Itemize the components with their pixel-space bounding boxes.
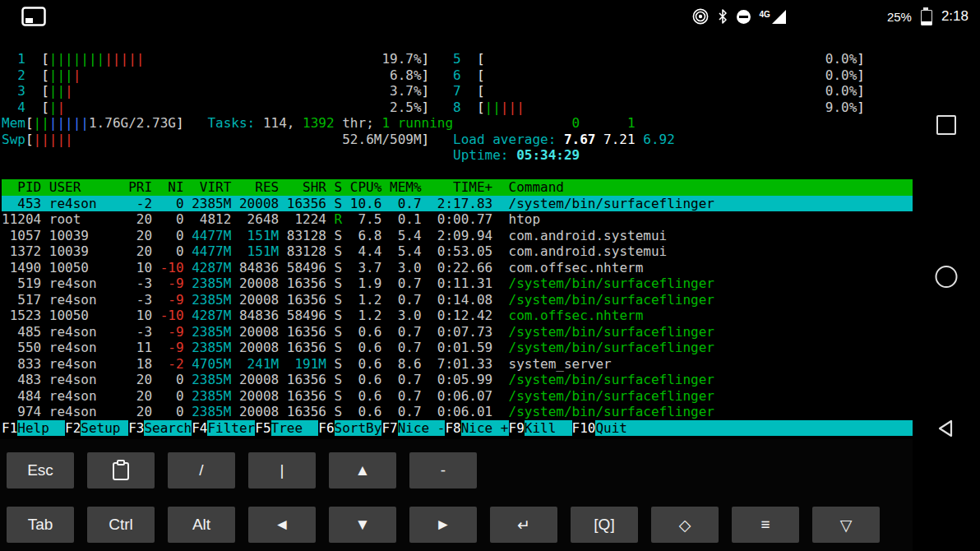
fn-label-tree[interactable]: Tree — [271, 420, 319, 437]
process-row[interactable]: 519 re4son -3 -9 2385M 20008 16356 S 1.9… — [2, 276, 913, 292]
process-row[interactable]: 1523 10050 10 -10 4287M 84836 58496 S 1.… — [2, 308, 913, 324]
minus-key[interactable]: - — [409, 452, 477, 488]
fn-label-filter[interactable]: Filter — [207, 420, 255, 437]
process-row[interactable]: 484 re4son 20 0 2385M 20008 16356 S 0.6 … — [2, 388, 913, 405]
navigation-bar — [913, 33, 980, 551]
bluetooth-icon — [718, 9, 728, 24]
extra-keys-row-2: TabCtrlAlt◄▼►↵[Q]◇≡▽ — [7, 507, 880, 543]
cpu-meters-line-1: 1[||||||||||||19.7%]5[0.0%] — [2, 51, 913, 67]
signal-icon: 4G — [760, 10, 786, 24]
q-key[interactable]: [Q] — [571, 507, 638, 543]
fn-label-nice-[interactable]: Nice + — [461, 420, 509, 437]
network-type-label: 4G — [760, 11, 770, 19]
fn-label-sortby[interactable]: SortBy — [335, 420, 382, 437]
alt-key[interactable]: Alt — [168, 507, 235, 543]
arrow-right-key[interactable]: ► — [409, 507, 477, 543]
fn-label-nice-[interactable]: Nice - — [398, 420, 446, 437]
process-row[interactable]: 11204 root 20 0 4812 2648 1224 R 7.5 0.1… — [2, 211, 913, 228]
extra-keys-keyboard: Esc/|▲- TabCtrlAlt◄▼►↵[Q]◇≡▽ — [0, 439, 913, 551]
cpu-meters-line-3: 3[|||3.7%]7[0.0%] — [2, 83, 913, 100]
fn-f1[interactable]: F1 — [2, 420, 17, 437]
fn-label-help[interactable]: Help — [17, 420, 65, 437]
fn-label-quit[interactable]: Quit — [595, 420, 643, 437]
process-row[interactable]: 833 re4son 18 -2 4705M 241M 191M S 0.6 8… — [2, 356, 913, 373]
arrow-up-key[interactable]: ▲ — [329, 452, 396, 488]
ctrl-key[interactable]: Ctrl — [87, 507, 155, 543]
process-row[interactable]: 453 re4son -2 0 2385M 20008 16356 S 10.6… — [2, 196, 913, 212]
clock: 2:18 — [941, 8, 968, 25]
fn-f7[interactable]: F7 — [381, 420, 397, 437]
terminal-output[interactable]: 1[||||||||||||19.7%]5[0.0%]2[||||6.8%]6[… — [0, 33, 913, 438]
terminal-notification-icon — [21, 7, 46, 26]
uptime-line: Uptime: 05:34:29 — [2, 147, 913, 164]
recents-button[interactable] — [936, 115, 956, 135]
cpu-meters-line-4: 4[||2.5%]8[|||||9.0%] — [2, 100, 913, 116]
process-row[interactable]: 1372 10039 20 0 4477M 151M 83128 S 4.4 5… — [2, 243, 913, 260]
fn-label-setup[interactable]: Setup — [81, 420, 128, 437]
process-row[interactable]: 1057 10039 20 0 4477M 151M 83128 S 6.8 5… — [2, 228, 913, 244]
process-table-header[interactable]: PID USER PRI NI VIRT RES SHR S CPU% MEM%… — [2, 179, 913, 196]
signal-triangle-icon — [772, 10, 786, 24]
back-button[interactable] — [936, 418, 957, 439]
menu-key[interactable]: ≡ — [732, 507, 799, 543]
fn-f3[interactable]: F3 — [128, 420, 144, 437]
paste-key[interactable] — [87, 452, 155, 488]
status-bar-left — [21, 7, 46, 26]
process-row[interactable]: 483 re4son 20 0 2385M 20008 16356 S 0.6 … — [2, 372, 913, 388]
process-row[interactable]: 517 re4son -3 -9 2385M 20008 16356 S 1.2… — [2, 292, 913, 308]
fn-f5[interactable]: F5 — [255, 420, 270, 437]
diamond-key[interactable]: ◇ — [651, 507, 719, 543]
memory-tasks-line: Mem[|||||||1.76G/2.73G]Tasks: 114, 1392 … — [2, 115, 913, 132]
blank-line — [2, 164, 913, 180]
do-not-disturb-icon — [737, 10, 751, 24]
fn-f6[interactable]: F6 — [318, 420, 334, 437]
fn-f8[interactable]: F8 — [445, 420, 460, 437]
status-bar: 4G 25% 2:18 — [0, 0, 980, 33]
nabla-key[interactable]: ▽ — [812, 507, 880, 543]
arrow-left-key[interactable]: ◄ — [248, 507, 316, 543]
slash-key[interactable]: / — [168, 452, 235, 488]
tab-key[interactable]: Tab — [7, 507, 74, 543]
battery-percent: 25% — [887, 10, 912, 24]
fn-label-kill[interactable]: Kill — [525, 420, 572, 437]
process-row[interactable]: 1490 10050 10 -10 4287M 84836 58496 S 3.… — [2, 260, 913, 276]
fn-f2[interactable]: F2 — [65, 420, 81, 437]
fn-f4[interactable]: F4 — [192, 420, 207, 437]
battery-icon — [921, 10, 932, 25]
enter-key[interactable]: ↵ — [490, 507, 557, 543]
fn-f10[interactable]: F10 — [572, 420, 596, 437]
clipboard-icon — [112, 460, 130, 481]
fn-label-search[interactable]: Search — [144, 420, 192, 437]
fn-f9[interactable]: F9 — [509, 420, 525, 437]
pipe-key[interactable]: | — [248, 452, 316, 488]
arrow-down-key[interactable]: ▼ — [329, 507, 396, 543]
extra-keys-row-1: Esc/|▲- — [7, 452, 477, 488]
hotspot-icon — [692, 8, 709, 25]
process-row[interactable]: 485 re4son -3 -9 2385M 20008 16356 S 0.6… — [2, 324, 913, 340]
swap-load-line: Swp[||||| 52.6M/509M]Load average: 7.67 … — [2, 132, 913, 148]
home-button[interactable] — [936, 266, 958, 288]
function-key-bar: F1Help F2Setup F3SearchF4FilterF5Tree F6… — [2, 420, 913, 437]
process-row[interactable]: 550 re4son 11 -9 2385M 20008 16356 S 0.6… — [2, 340, 913, 356]
status-bar-right: 4G 25% 2:18 — [692, 7, 968, 25]
fnbar-filler — [643, 420, 913, 437]
esc-key[interactable]: Esc — [7, 452, 74, 488]
process-row[interactable]: 974 re4son 20 0 2385M 20008 16356 S 0.6 … — [2, 404, 913, 420]
cpu-meters-line-2: 2[||||6.8%]6[0.0%] — [2, 67, 913, 84]
